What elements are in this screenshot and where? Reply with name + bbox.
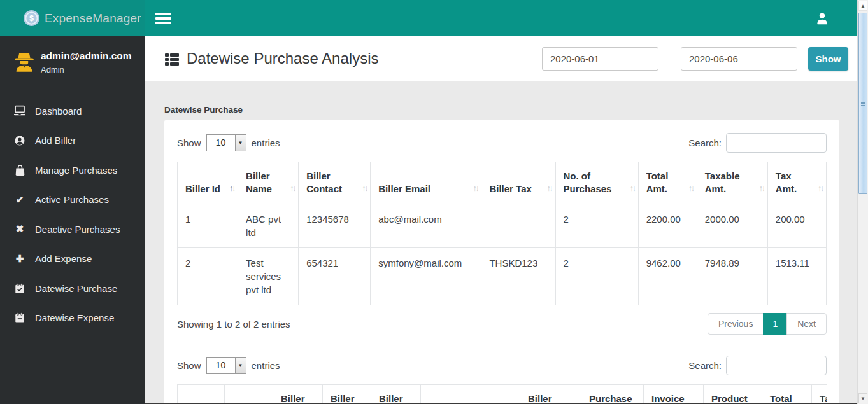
svg-text:$: $ <box>29 14 34 23</box>
table-row[interactable]: 2 Test services pvt ltd 654321 symfony@m… <box>178 248 827 305</box>
search-box: Search: <box>688 133 827 153</box>
table-footer: Showing 1 to 2 of 2 entries Previous 1 N… <box>177 313 827 335</box>
sort-icon: ↑↓ <box>362 182 367 195</box>
col-biller-name[interactable]: Biller Name↑↓ <box>323 385 371 404</box>
sidebar-item-add-expense[interactable]: ✚ Add Expense <box>0 244 145 274</box>
header-controls: Show <box>542 47 848 71</box>
show-button[interactable]: Show <box>808 47 848 71</box>
next-page-button[interactable]: Next <box>786 313 827 335</box>
cell: 2 <box>555 248 638 305</box>
search-input[interactable] <box>726 356 827 375</box>
col-biller-tax[interactable]: Biller Tax↑↓ <box>481 162 555 204</box>
col-taxable-amt[interactable]: Taxable Amt.↑↓ <box>697 162 767 204</box>
sidebar-item-label: Add Biller <box>35 135 76 146</box>
col-taxable-amt[interactable]: Taxable Amt <box>812 385 827 404</box>
detail-table: S.No.↑↓ Date↑↓ Biller ID↑↓ Biller Name↑↓… <box>177 384 827 404</box>
cell: 1 <box>178 204 238 248</box>
cell: 1513.11 <box>767 248 826 305</box>
col-biller-id[interactable]: Biller ID↑↓ <box>273 385 323 404</box>
user-icon[interactable] <box>815 11 829 25</box>
col-total-amt[interactable]: Total Amt.↑↓ <box>638 162 697 204</box>
pagination: Previous 1 Next <box>708 313 827 335</box>
main-area: Datewise Purchase Analysis Show Datewise… <box>145 0 857 404</box>
table-info: Showing 1 to 2 of 2 entries <box>177 319 290 330</box>
cell: 7948.89 <box>697 248 767 305</box>
col-sno[interactable]: S.No.↑↓ <box>178 385 225 404</box>
sidebar-item-dashboard[interactable]: Dashboard <box>0 96 145 126</box>
table-controls: Show 10 ▼ entries Search: <box>177 356 827 375</box>
col-product-name[interactable]: Product Name↑↓ <box>704 385 762 404</box>
user-meta: admin@admin.com Admin <box>41 49 132 74</box>
sidebar-menu: Dashboard Add Biller Manage Purchases ✔ … <box>0 96 145 333</box>
sidebar-item-deactive-purchases[interactable]: ✖ Deactive Purchases <box>0 214 145 244</box>
col-total-amt[interactable]: Total Amt↑↓ <box>762 385 812 404</box>
plus-icon: ✚ <box>13 253 27 265</box>
page-number-button[interactable]: 1 <box>763 313 787 335</box>
sort-icon: ↑↓ <box>473 182 478 195</box>
summary-table: Biller Id↑↓ Biller Name↑↓ Biller Contact… <box>177 162 827 305</box>
sidebar-item-label: Deactive Purchases <box>35 224 120 235</box>
section-title: Datewise Purchase <box>164 105 839 115</box>
col-biller-tax[interactable]: Biller Tax↑↓ <box>520 385 581 404</box>
sidebar-item-label: Manage Purchases <box>35 165 117 176</box>
col-biller-contact[interactable]: Biller Contact↑↓ <box>371 385 421 404</box>
previous-page-button[interactable]: Previous <box>708 313 764 335</box>
scrollbar-grip <box>861 101 865 108</box>
entries-select[interactable]: 10 ▼ <box>206 134 246 151</box>
content-area: Datewise Purchase Show 10 ▼ entries Sear… <box>145 81 857 404</box>
entries-label: entries <box>252 137 280 148</box>
cell: 2000.00 <box>697 204 767 248</box>
col-purchase-id[interactable]: Purchase Id↑↓ <box>581 385 644 404</box>
user-panel: admin@admin.com Admin <box>0 36 145 90</box>
sidebar-item-manage-purchases[interactable]: Manage Purchases <box>0 155 145 185</box>
dollar-coin-icon: $ <box>23 10 40 27</box>
sidebar-item-label: Datewise Purchase <box>35 283 117 294</box>
table-controls: Show 10 ▼ entries Search: <box>177 133 827 152</box>
scroll-down-icon[interactable]: ▼ <box>858 393 867 403</box>
shopping-bag-icon <box>13 164 27 176</box>
col-biller-id[interactable]: Biller Id↑↓ <box>178 162 238 204</box>
user-secret-icon <box>13 50 36 73</box>
col-biller-email[interactable]: Biller Email↑↓ <box>421 385 520 404</box>
cell: abc@mail.com <box>371 204 481 248</box>
user-role: Admin <box>41 65 132 74</box>
user-email: admin@admin.com <box>41 49 132 63</box>
show-label: Show <box>177 137 201 148</box>
col-date[interactable]: Date↑↓ <box>225 385 273 404</box>
entries-select-value: 10 <box>207 135 235 151</box>
scrollbar-thumb[interactable] <box>858 13 867 194</box>
search-input[interactable] <box>726 133 827 153</box>
cell: 2200.00 <box>638 204 697 248</box>
date-to-input[interactable] <box>681 47 797 71</box>
sidebar-item-active-purchases[interactable]: ✔ Active Purchases <box>0 185 145 215</box>
app-window: $ ExpenseManager admin@admin.com Admin <box>0 0 868 404</box>
check-icon: ✔ <box>13 194 27 205</box>
cell <box>481 204 555 248</box>
hamburger-icon[interactable] <box>152 7 175 30</box>
search-label: Search: <box>688 137 722 148</box>
brand[interactable]: $ ExpenseManager <box>0 0 145 36</box>
datewise-purchase-card: Show 10 ▼ entries Search: <box>164 120 839 404</box>
sidebar-item-datewise-purchase[interactable]: Datewise Purchase <box>0 274 145 303</box>
cell: 2 <box>555 204 638 248</box>
entries-select[interactable]: 10 ▼ <box>206 357 246 374</box>
sort-icon: ↑↓ <box>759 182 764 195</box>
page-title-text: Datewise Purchase Analysis <box>187 50 378 67</box>
col-biller-contact[interactable]: Biller Contact↑↓ <box>299 162 371 204</box>
table-row[interactable]: 1 ABC pvt ltd 12345678 abc@mail.com 2 22… <box>178 204 827 248</box>
sidebar: $ ExpenseManager admin@admin.com Admin <box>0 0 145 404</box>
sidebar-item-datewise-expense[interactable]: Datewise Expense <box>0 303 145 333</box>
sidebar-item-add-biller[interactable]: Add Biller <box>0 126 145 156</box>
vertical-scrollbar[interactable]: ▲ ▼ <box>857 0 868 404</box>
col-tax-amt[interactable]: Tax Amt.↑↓ <box>767 162 826 204</box>
col-no-of-purchases[interactable]: No. of Purchases↑↓ <box>555 162 638 204</box>
col-invoice-no[interactable]: Invoice No.↑↓ <box>644 385 704 404</box>
scroll-up-icon[interactable]: ▲ <box>858 1 867 11</box>
sort-icon: ↑↓ <box>630 182 635 195</box>
date-from-input[interactable] <box>542 47 658 71</box>
sort-icon: ↑↓ <box>818 182 823 195</box>
col-biller-email[interactable]: Biller Email↑↓ <box>371 162 481 204</box>
col-biller-name[interactable]: Biller Name↑↓ <box>238 162 299 204</box>
detail-header-row: S.No.↑↓ Date↑↓ Biller ID↑↓ Biller Name↑↓… <box>178 385 827 404</box>
chevron-down-icon: ▼ <box>235 135 246 151</box>
